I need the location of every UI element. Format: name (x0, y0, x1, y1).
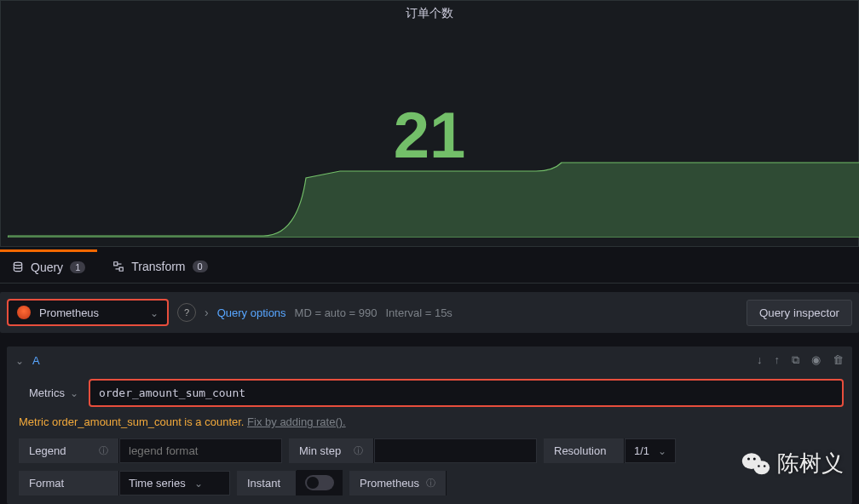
warning-fix-link[interactable]: Fix by adding rate(). (247, 415, 346, 428)
query-inspector-button[interactable]: Query inspector (747, 300, 852, 326)
panel-visualization: 订单个数 21 (0, 0, 859, 247)
tab-transform[interactable]: Transform 0 (101, 251, 219, 282)
format-label: Format (19, 471, 119, 495)
format-row: Format Time series Instant Prometheus ⓘ (7, 467, 852, 504)
datasource-row: Prometheus ? Query options MD = auto = 9… (0, 292, 859, 333)
duplicate-icon[interactable]: ⧉ (792, 353, 799, 367)
query-options-md: MD = auto = 990 (295, 306, 378, 319)
resolution-value: 1/1 (634, 444, 649, 457)
tab-query[interactable]: Query 1 (0, 249, 97, 283)
query-item: A ↓ ↑ ⧉ ◉ 🗑 Metrics Metric order_amount_… (7, 346, 852, 504)
chevron-down-icon (150, 306, 159, 319)
metric-query-input[interactable] (89, 379, 844, 407)
query-header: A ↓ ↑ ⧉ ◉ 🗑 (7, 346, 852, 374)
tabs-row: Query 1 Transform 0 (0, 250, 859, 284)
resolution-select[interactable]: 1/1 (625, 438, 676, 463)
database-icon (12, 261, 24, 273)
help-icon[interactable]: ? (177, 303, 196, 322)
instant-label: Instant (237, 471, 297, 495)
format-value: Time series (129, 477, 186, 490)
chevron-down-icon (70, 387, 78, 399)
chevron-down-icon (194, 477, 203, 490)
prometheus-label: Prometheus ⓘ (349, 471, 447, 495)
warning-text: Metric order_amount_sum_count is a count… (19, 415, 244, 428)
metrics-label[interactable]: Metrics (29, 387, 78, 399)
query-options-link[interactable]: Query options (217, 306, 286, 319)
legend-label: Legend ⓘ (19, 438, 119, 463)
resolution-label: Resolution (544, 438, 625, 463)
metrics-row: Metrics (7, 374, 852, 414)
minstep-input[interactable] (374, 438, 537, 463)
delete-icon[interactable]: 🗑 (833, 353, 844, 367)
format-select[interactable]: Time series (119, 471, 230, 495)
move-up-icon[interactable]: ↑ (775, 353, 781, 367)
instant-toggle[interactable] (305, 475, 334, 490)
query-options-interval: Interval = 15s (385, 306, 452, 319)
datasource-name: Prometheus (39, 306, 99, 319)
svg-point-0 (14, 262, 21, 266)
instant-label-text: Instant (247, 477, 280, 490)
datasource-picker[interactable]: Prometheus (7, 299, 169, 326)
transform-icon (112, 261, 124, 272)
panel-big-value: 21 (394, 98, 466, 172)
info-icon[interactable]: ⓘ (354, 444, 363, 457)
tab-query-label: Query (31, 261, 63, 274)
chevron-down-icon (658, 444, 666, 457)
counter-warning: Metric order_amount_sum_count is a count… (7, 414, 852, 435)
info-icon[interactable]: ⓘ (426, 477, 435, 490)
tab-query-count: 1 (70, 261, 85, 273)
query-letter: A (32, 354, 40, 367)
tab-transform-label: Transform (131, 260, 185, 273)
toggle-visibility-icon[interactable]: ◉ (811, 353, 821, 367)
prometheus-label-text: Prometheus (360, 477, 419, 490)
minstep-label: Min step ⓘ (289, 438, 374, 463)
metrics-label-text: Metrics (29, 387, 65, 399)
move-down-icon[interactable]: ↓ (757, 353, 763, 367)
query-actions: ↓ ↑ ⧉ ◉ 🗑 (757, 353, 844, 367)
info-icon[interactable]: ⓘ (99, 444, 108, 457)
collapse-icon[interactable] (15, 354, 24, 367)
tab-transform-count: 0 (193, 261, 208, 272)
format-label-text: Format (29, 477, 64, 490)
resolution-label-text: Resolution (554, 444, 606, 457)
prometheus-icon (17, 306, 31, 319)
legend-row: Legend ⓘ Min step ⓘ Resolution 1/1 (7, 435, 852, 467)
legend-label-text: Legend (29, 444, 66, 457)
panel-title: 订单个数 (1, 6, 858, 21)
minstep-label-text: Min step (299, 444, 341, 457)
chevron-right-icon[interactable] (205, 306, 209, 319)
legend-input[interactable] (119, 438, 282, 463)
